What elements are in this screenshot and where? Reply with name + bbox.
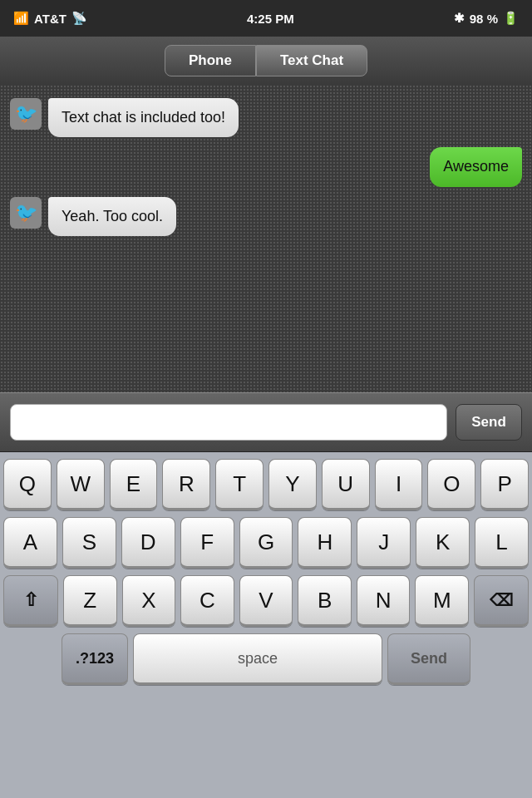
key-Q[interactable]: Q xyxy=(3,459,52,510)
keyboard-row-4: .?123 space Send xyxy=(3,633,529,685)
numbers-key[interactable]: .?123 xyxy=(62,633,128,685)
key-W[interactable]: W xyxy=(57,459,105,510)
key-S[interactable]: S xyxy=(62,517,116,569)
key-B[interactable]: B xyxy=(298,575,352,627)
chat-area: 🐦 Text chat is included too! Awesome 🐦 Y… xyxy=(0,85,532,392)
battery-label: 98 % xyxy=(470,12,498,26)
key-N[interactable]: N xyxy=(357,575,411,627)
message-bubble-1: Text chat is included too! xyxy=(48,98,239,137)
message-row-3: 🐦 Yeah. Too cool. xyxy=(10,197,522,236)
tab-phone[interactable]: Phone xyxy=(165,45,256,76)
avatar-3: 🐦 xyxy=(10,197,42,229)
key-J[interactable]: J xyxy=(357,517,411,569)
key-C[interactable]: C xyxy=(180,575,234,627)
key-V[interactable]: V xyxy=(239,575,293,627)
keyboard-row-3: ⇧ Z X C V B N M ⌫ xyxy=(3,575,529,627)
key-R[interactable]: R xyxy=(162,459,210,510)
status-bar: 📶 AT&T 📡 4:25 PM ✱ 98 % 🔋 xyxy=(0,0,532,37)
key-Y[interactable]: Y xyxy=(268,459,317,510)
tab-bar: Phone Text Chat xyxy=(0,37,532,85)
keyboard-row-2: A S D F G H J K L xyxy=(3,517,529,569)
key-A[interactable]: A xyxy=(3,517,57,569)
keyboard: Q W E R T Y U I O P A S D F G H J K L ⇧ … xyxy=(0,452,532,798)
key-I[interactable]: I xyxy=(375,459,423,510)
message-bubble-3: Yeah. Too cool. xyxy=(48,197,176,236)
avatar-1: 🐦 xyxy=(10,98,42,130)
space-key[interactable]: space xyxy=(133,633,382,685)
key-L[interactable]: L xyxy=(475,517,529,569)
tab-text-chat[interactable]: Text Chat xyxy=(256,45,367,76)
delete-key[interactable]: ⌫ xyxy=(474,575,529,627)
bluetooth-icon: ✱ xyxy=(454,11,465,26)
key-H[interactable]: H xyxy=(298,517,352,569)
carrier-label: AT&T xyxy=(34,12,66,26)
key-E[interactable]: E xyxy=(110,459,158,510)
key-U[interactable]: U xyxy=(322,459,370,510)
message-row-2: Awesome xyxy=(10,147,522,186)
key-X[interactable]: X xyxy=(122,575,176,627)
key-G[interactable]: G xyxy=(239,517,293,569)
send-button[interactable]: Send xyxy=(456,404,522,441)
key-F[interactable]: F xyxy=(180,517,234,569)
signal-icon: 📶 xyxy=(13,11,29,26)
message-input[interactable] xyxy=(10,404,447,441)
status-left: 📶 AT&T 📡 xyxy=(13,11,87,26)
key-K[interactable]: K xyxy=(416,517,470,569)
message-bubble-2: Awesome xyxy=(430,147,522,186)
time-display: 4:25 PM xyxy=(247,12,294,26)
battery-icon: 🔋 xyxy=(503,11,519,26)
key-T[interactable]: T xyxy=(215,459,264,510)
key-O[interactable]: O xyxy=(427,459,475,510)
status-right: ✱ 98 % 🔋 xyxy=(454,11,519,26)
keyboard-row-1: Q W E R T Y U I O P xyxy=(3,459,529,510)
key-P[interactable]: P xyxy=(480,459,529,510)
key-D[interactable]: D xyxy=(121,517,175,569)
wifi-icon: 📡 xyxy=(71,11,87,26)
message-row-1: 🐦 Text chat is included too! xyxy=(10,98,522,137)
input-bar: Send xyxy=(0,392,532,452)
shift-key[interactable]: ⇧ xyxy=(3,575,58,627)
key-Z[interactable]: Z xyxy=(63,575,117,627)
keyboard-send-key[interactable]: Send xyxy=(387,633,470,685)
key-M[interactable]: M xyxy=(415,575,469,627)
